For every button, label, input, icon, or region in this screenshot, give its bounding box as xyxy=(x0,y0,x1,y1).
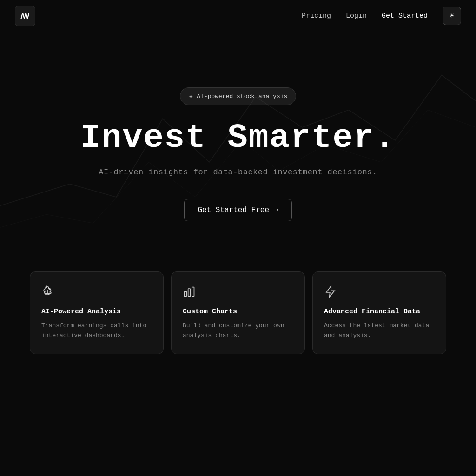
svg-point-1 xyxy=(46,287,46,288)
nav-pricing[interactable]: Pricing xyxy=(302,12,331,20)
theme-toggle-button[interactable]: ☀ xyxy=(443,7,461,25)
feature-desc-financial: Access the latest market data and analys… xyxy=(324,321,435,341)
feature-desc-ai: Transform earnings calls into interactiv… xyxy=(41,321,152,341)
feature-card-charts: Custom Charts Build and customize your o… xyxy=(171,271,305,354)
feature-card-ai-analysis: AI-Powered Analysis Transform earnings c… xyxy=(30,271,164,354)
bolt-icon xyxy=(324,285,337,298)
ai-badge: ✦ AI-powered stock analysis xyxy=(180,87,297,105)
arrow-right-icon: → xyxy=(274,206,278,214)
feature-title-ai: AI-Powered Analysis xyxy=(41,308,152,316)
svg-rect-3 xyxy=(185,291,187,297)
cta-label: Get Started Free xyxy=(198,206,269,214)
sparkle-icon: ✦ xyxy=(189,92,193,101)
feature-title-charts: Custom Charts xyxy=(183,308,293,316)
hero-title: Invest Smarter. xyxy=(80,120,396,157)
navigation: ꟿ Pricing Login Get Started ☀ xyxy=(0,0,476,32)
cta-button[interactable]: Get Started Free → xyxy=(184,199,291,221)
logo-mark: ꟿ xyxy=(15,6,35,26)
nav-get-started[interactable]: Get Started xyxy=(382,12,428,20)
svg-rect-5 xyxy=(192,287,194,297)
svg-rect-4 xyxy=(188,289,191,296)
nav-links: Pricing Login Get Started ☀ xyxy=(302,7,461,25)
brain-icon xyxy=(41,285,54,298)
svg-text:ꟿ: ꟿ xyxy=(20,12,30,20)
hero-subtitle: AI-driven insights for data-backed inves… xyxy=(99,168,377,177)
feature-title-financial: Advanced Financial Data xyxy=(324,308,435,316)
bar-chart-icon xyxy=(183,285,196,298)
nav-login[interactable]: Login xyxy=(346,12,367,20)
feature-desc-charts: Build and customize your own analysis ch… xyxy=(183,321,293,341)
hero-section: ✦ AI-powered stock analysis Invest Smart… xyxy=(0,32,476,249)
features-grid: AI-Powered Analysis Transform earnings c… xyxy=(0,249,476,384)
logo[interactable]: ꟿ xyxy=(15,6,35,26)
badge-text: AI-powered stock analysis xyxy=(197,93,287,100)
feature-card-financial: Advanced Financial Data Access the lates… xyxy=(312,271,446,354)
sun-icon: ☀ xyxy=(450,11,454,20)
